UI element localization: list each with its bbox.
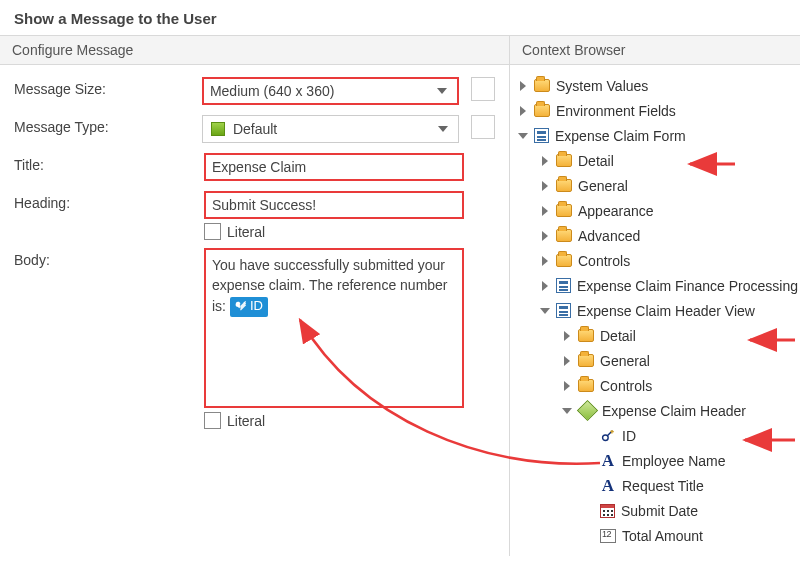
message-type-value: Default bbox=[233, 121, 438, 137]
message-size-label: Message Size: bbox=[14, 77, 202, 97]
tree-node-detail[interactable]: Detail bbox=[516, 148, 800, 173]
folder-icon bbox=[578, 329, 594, 342]
folder-icon bbox=[556, 204, 572, 217]
body-input[interactable]: You have successfully submitted your exp… bbox=[204, 248, 464, 408]
tree-prop-total-amount[interactable]: Total Amount bbox=[516, 523, 800, 548]
folder-icon bbox=[534, 79, 550, 92]
expander-icon[interactable] bbox=[540, 156, 550, 166]
expander-icon[interactable] bbox=[562, 381, 572, 391]
folder-icon bbox=[534, 104, 550, 117]
heading-literal-label: Literal bbox=[227, 224, 265, 240]
heading-label: Heading: bbox=[14, 191, 204, 211]
configure-message-header: Configure Message bbox=[0, 36, 509, 65]
key-icon bbox=[600, 429, 616, 443]
expander-icon[interactable] bbox=[562, 356, 572, 366]
folder-icon bbox=[556, 254, 572, 267]
expander-icon[interactable] bbox=[518, 81, 528, 91]
message-type-dropdown[interactable]: Default bbox=[202, 115, 459, 143]
form-icon bbox=[534, 128, 549, 143]
tree-node-appearance[interactable]: Appearance bbox=[516, 198, 800, 223]
tree-node-hv-detail[interactable]: Detail bbox=[516, 323, 800, 348]
configure-message-panel: Configure Message Message Size: Medium (… bbox=[0, 36, 510, 556]
tree-prop-id[interactable]: ID bbox=[516, 423, 800, 448]
expander-icon[interactable] bbox=[540, 231, 550, 241]
dialog-title: Show a Message to the User bbox=[0, 0, 800, 35]
tree-node-header-smartobject[interactable]: Expense Claim Header bbox=[516, 398, 800, 423]
message-type-icon bbox=[209, 120, 227, 138]
folder-icon bbox=[556, 229, 572, 242]
folder-icon bbox=[556, 154, 572, 167]
tree-node-general[interactable]: General bbox=[516, 173, 800, 198]
text-field-icon: A bbox=[600, 476, 616, 496]
heading-value: Submit Success! bbox=[212, 197, 316, 213]
expander-icon[interactable] bbox=[540, 206, 550, 216]
tree-node-finance-view[interactable]: Expense Claim Finance Processing Vie bbox=[516, 273, 800, 298]
id-chip-label: ID bbox=[250, 297, 263, 316]
expander-icon[interactable] bbox=[562, 331, 572, 341]
tree-node-hv-general[interactable]: General bbox=[516, 348, 800, 373]
chevron-down-icon bbox=[437, 88, 447, 94]
title-value: Expense Claim bbox=[212, 159, 306, 175]
tree-prop-employee-name[interactable]: A Employee Name bbox=[516, 448, 800, 473]
message-type-label: Message Type: bbox=[14, 115, 202, 135]
heading-input[interactable]: Submit Success! bbox=[204, 191, 464, 219]
tree-node-header-view[interactable]: Expense Claim Header View bbox=[516, 298, 800, 323]
context-browser-header: Context Browser bbox=[510, 36, 800, 65]
title-label: Title: bbox=[14, 153, 204, 173]
number-icon bbox=[600, 529, 616, 543]
expander-icon[interactable] bbox=[540, 256, 550, 266]
smartobject-icon bbox=[578, 403, 596, 418]
key-icon bbox=[233, 300, 247, 314]
tree-node-advanced[interactable]: Advanced bbox=[516, 223, 800, 248]
expander-icon[interactable] bbox=[540, 181, 550, 191]
id-reference-chip[interactable]: ID bbox=[230, 297, 268, 317]
message-size-value: Medium (640 x 360) bbox=[210, 83, 437, 99]
expander-icon[interactable] bbox=[562, 406, 572, 416]
tree-node-controls[interactable]: Controls bbox=[516, 248, 800, 273]
folder-icon bbox=[578, 354, 594, 367]
expander-icon[interactable] bbox=[540, 281, 550, 291]
expander-icon[interactable] bbox=[518, 131, 528, 141]
heading-literal-checkbox[interactable] bbox=[204, 223, 221, 240]
tree-node-system-values[interactable]: System Values bbox=[516, 73, 800, 98]
body-literal-checkbox[interactable] bbox=[204, 412, 221, 429]
text-field-icon: A bbox=[600, 451, 616, 471]
body-label: Body: bbox=[14, 248, 204, 268]
expander-icon[interactable] bbox=[518, 106, 528, 116]
message-size-dropdown[interactable]: Medium (640 x 360) bbox=[202, 77, 459, 105]
view-icon bbox=[556, 303, 571, 318]
size-aux-button[interactable] bbox=[471, 77, 495, 101]
context-tree[interactable]: System Values Environment Fields Expense… bbox=[510, 65, 800, 556]
folder-icon bbox=[578, 379, 594, 392]
title-input[interactable]: Expense Claim bbox=[204, 153, 464, 181]
tree-node-expense-claim-form[interactable]: Expense Claim Form bbox=[516, 123, 800, 148]
type-aux-button[interactable] bbox=[471, 115, 495, 139]
tree-node-environment-fields[interactable]: Environment Fields bbox=[516, 98, 800, 123]
tree-prop-submit-date[interactable]: Submit Date bbox=[516, 498, 800, 523]
folder-icon bbox=[556, 179, 572, 192]
expander-icon[interactable] bbox=[540, 306, 550, 316]
context-browser-panel: Context Browser System Values Environmen… bbox=[510, 36, 800, 556]
chevron-down-icon bbox=[438, 126, 448, 132]
calendar-icon bbox=[600, 504, 615, 518]
view-icon bbox=[556, 278, 571, 293]
tree-node-hv-controls[interactable]: Controls bbox=[516, 373, 800, 398]
body-literal-label: Literal bbox=[227, 413, 265, 429]
tree-prop-request-title[interactable]: A Request Title bbox=[516, 473, 800, 498]
